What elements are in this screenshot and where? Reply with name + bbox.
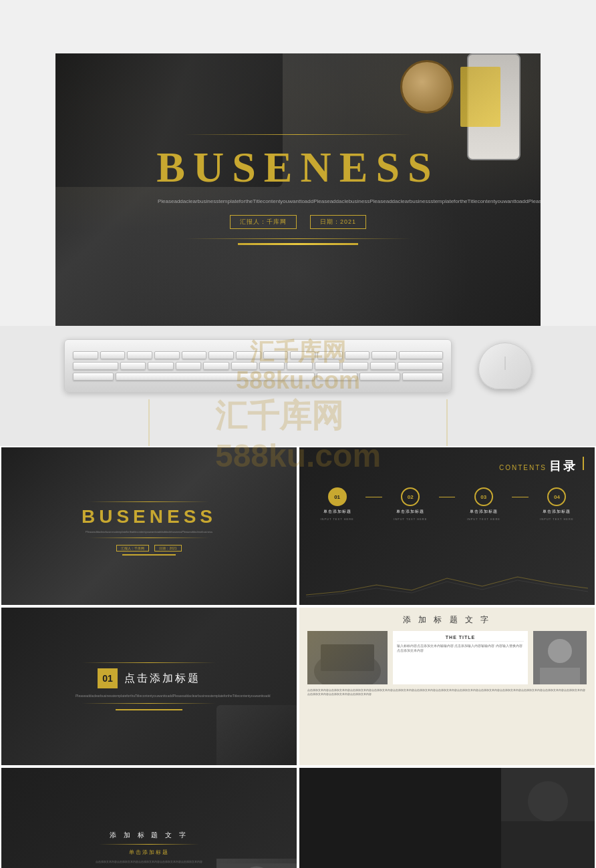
timeline-circle-2: 02: [401, 487, 420, 506]
key: [154, 351, 180, 359]
key: [263, 351, 289, 359]
slide-subtitle: PleaseaddaclearbusinesstemplatefortheTit…: [158, 198, 438, 206]
thumb-1-reporter: 汇报人：千库网: [116, 545, 149, 552]
thumb-4-text-box: THE TITLE 输入标标内容点击添加文本内输输内容 点击添加输入内容输输内容…: [393, 631, 528, 684]
thumbnail-6-section02[interactable]: 02 点击添加标题: [298, 767, 596, 868]
mouse: [478, 343, 532, 389]
thumb-1-date: 日期：2021: [154, 545, 181, 552]
thumb-1-content: BUSENESS Pleaseaddaclearbusinesstemplate…: [1, 447, 297, 605]
thumb-4-title: 添 加 标 题 文 字: [307, 614, 587, 626]
thumb-3-bottom-line: [82, 703, 216, 704]
key: [236, 351, 261, 359]
thumb-4-box-text: 输入标标内容点击添加文本内输输内容 点击添加输入内容输输内容 内容输入替换内容点…: [397, 644, 524, 653]
timeline-item-2: 02 单击添加标题 INPUT TEXT HERE: [384, 487, 438, 521]
key-wide: [398, 362, 443, 370]
key: [359, 373, 400, 381]
thumb-2-header: CONTENTS 目录: [310, 457, 584, 474]
svg-rect-11: [540, 668, 580, 684]
thumb-1-top-line: [89, 501, 209, 502]
timeline-item-4: 04 单击添加标题 INPUT TEXT HERE: [530, 487, 584, 521]
timeline-row: 01 单击添加标题 INPUT TEXT HERE 02 单击添加标题 INPU…: [310, 487, 584, 521]
timeline-sub-2: INPUT TEXT HERE: [394, 517, 427, 521]
spacebar-key: [116, 373, 315, 381]
accent-bar: [238, 243, 358, 245]
timeline-circle-4: 04: [547, 487, 566, 506]
connector-area: [0, 406, 596, 446]
key: [127, 351, 152, 359]
timeline-connector-2: [439, 497, 455, 497]
thumb-1-accent: [122, 554, 176, 556]
thumbnail-4-content[interactable]: 添 加 标 题 文 字 THE TITLE 输入标标内容点击添加文本内输输内容 …: [298, 606, 596, 767]
timeline-item-3: 03 单击添加标题 INPUT TEXT HERE: [456, 487, 510, 521]
thumb-4-bottom-text: 点击添加文本内容点击添加文本内容点击添加文本内容点击添加文本内容点击添加文本内容…: [307, 688, 587, 696]
thumb-5-image: [216, 859, 297, 868]
top-gold-line: [184, 134, 412, 135]
timeline-label-1: 单击添加标题: [323, 509, 351, 515]
reporter-box: 汇报人：千库网: [230, 215, 297, 229]
thumb-5-text: 点击添加文本内容点击添加文本内容点击添加文本内容点击添加文本内容点击添加文本内容: [96, 860, 202, 863]
thumbnail-2-contents[interactable]: CONTENTS 目录 01 单击添加标题 INPUT TEXT HERE 02…: [298, 446, 596, 606]
thumb-5-content: 添 加 标 题 文 字 单击添加标题 点击添加文本内容点击添加文本内容点击添加文…: [1, 768, 297, 868]
timeline-label-3: 单击添加标题: [470, 509, 498, 515]
thumbnail-5-content[interactable]: 添 加 标 题 文 字 单击添加标题 点击添加文本内容点击添加文本内容点击添加文…: [0, 767, 298, 868]
key-wide: [399, 351, 443, 359]
date-box: 日期：2021: [310, 215, 366, 229]
thumb-4-content: 添 加 标 题 文 字 THE TITLE 输入标标内容点击添加文本内输输内容 …: [299, 608, 595, 765]
thumb-4-box-title: THE TITLE: [397, 635, 524, 642]
timeline-item-1: 01 单击添加标题 INPUT TEXT HERE: [310, 487, 364, 521]
thumb-4-image-right: [533, 631, 587, 684]
timeline-label-2: 单击添加标题: [396, 509, 424, 515]
bottom-gold-line: [184, 238, 412, 239]
timeline-connector-1: [365, 497, 382, 497]
thumb-6-content: 02 点击添加标题: [299, 768, 595, 868]
thumb-5-title: 添 加 标 题 文 字: [110, 831, 188, 840]
thumb-4-img-overlay: [307, 631, 388, 684]
slide-content: BUSENESS Pleaseaddaclearbusinesstemplate…: [55, 53, 541, 326]
key: [73, 351, 98, 359]
key-row-1: [73, 351, 443, 359]
key: [208, 351, 234, 359]
thumb-1-subtitle: Pleaseaddaclearbusinesstemplateforthattl…: [86, 530, 212, 533]
timeline-connector-3: [512, 497, 528, 497]
slide-info-row: 汇报人：千库网 日期：2021: [230, 215, 366, 229]
key: [100, 351, 126, 359]
timeline-circle-3: 03: [474, 487, 493, 506]
thumb-3-heading: 点击添加标题: [124, 672, 200, 686]
thumb-4-image-left: [307, 631, 388, 684]
svg-point-10: [548, 639, 572, 663]
thumb-5-subtitle: 单击添加标题: [129, 849, 169, 856]
thumb-3-text: PleaseaddaclearbusinesstemplateforthaTit…: [76, 694, 222, 698]
main-slide-preview: BUSENESS Pleaseaddaclearbusinesstemplate…: [55, 53, 541, 326]
key: [73, 373, 114, 381]
key: [315, 362, 341, 370]
key: [342, 362, 368, 370]
thumb-3-top-line: [82, 662, 216, 663]
keyboard: [64, 339, 452, 393]
thumbnail-grid: BUSENESS Pleaseaddaclearbusinesstemplate…: [0, 446, 596, 868]
slide-title: BUSENESS: [156, 143, 439, 192]
key: [371, 351, 397, 359]
thumb-1-info-row: 汇报人：千库网 日期：2021: [116, 545, 181, 552]
timeline-label-4: 单击添加标题: [543, 509, 571, 515]
thumbnail-1-cover[interactable]: BUSENESS Pleaseaddaclearbusinesstemplate…: [0, 446, 298, 606]
timeline-sub-4: INPUT TEXT HERE: [540, 517, 573, 521]
key: [402, 373, 443, 381]
thumb-1-title: BUSENESS: [82, 506, 216, 527]
key: [370, 362, 396, 370]
thumb-2-content: CONTENTS 目录 01 单击添加标题 INPUT TEXT HERE 02…: [299, 447, 595, 605]
key: [148, 362, 174, 370]
contents-bar-divider: [583, 457, 584, 470]
key: [287, 362, 313, 370]
timeline-sub-3: INPUT TEXT HERE: [467, 517, 500, 521]
contents-english-label: CONTENTS: [499, 464, 547, 471]
key: [290, 351, 315, 359]
timeline-sub-1: INPUT TEXT HERE: [320, 517, 353, 521]
thumbnail-3-section01[interactable]: 01 点击添加标题 Pleaseaddaclearbusinesstemplat…: [0, 606, 298, 767]
key: [231, 362, 257, 370]
thumb-3-num-row: 01 点击添加标题: [98, 668, 200, 688]
thumb-5-line: [99, 844, 199, 845]
timeline-circle-1: 01: [328, 487, 347, 506]
key: [317, 351, 343, 359]
contents-chinese-label: 目录: [549, 458, 577, 474]
thumb-2-chart: [306, 572, 588, 598]
